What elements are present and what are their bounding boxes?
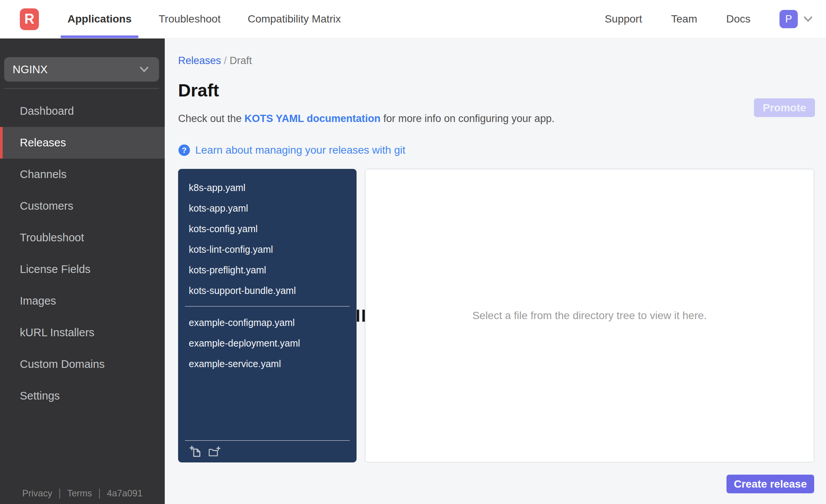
description-prefix: Check out the	[178, 113, 244, 124]
app-selector-value: NGINX	[13, 63, 48, 76]
release-editor-panels: k8s-app.yaml kots-app.yaml kots-config.y…	[178, 169, 814, 462]
file-item[interactable]: kots-lint-config.yaml	[178, 239, 357, 260]
file-tree-toolbar	[185, 440, 350, 462]
file-viewer-placeholder: Select a file from the directory tree to…	[472, 310, 707, 322]
git-releases-learn-link[interactable]: Learn about managing your releases with …	[195, 144, 405, 156]
sidebar: NGINX Dashboard Releases Channels Custom…	[0, 39, 165, 504]
question-circle-icon: ?	[178, 144, 190, 156]
description-suffix: for more info on configuring your app.	[381, 113, 554, 124]
sidebar-item-images[interactable]: Images	[0, 285, 165, 317]
nav-link-support[interactable]: Support	[605, 13, 642, 25]
page-description: Check out the KOTS YAML documentation fo…	[178, 112, 814, 125]
privacy-link[interactable]: Privacy	[22, 488, 52, 499]
file-item[interactable]: k8s-app.yaml	[178, 177, 357, 198]
page-title: Draft	[178, 80, 814, 100]
file-group-divider	[185, 306, 350, 307]
breadcrumb: Releases / Draft	[178, 55, 814, 67]
nav-link-team[interactable]: Team	[671, 13, 697, 25]
sidebar-item-settings[interactable]: Settings	[0, 380, 165, 412]
file-item[interactable]: example-service.yaml	[178, 353, 357, 374]
new-file-icon[interactable]	[189, 445, 202, 458]
sidebar-nav: Dashboard Releases Channels Customers Tr…	[0, 95, 165, 412]
panel-resize-handle[interactable]	[357, 169, 365, 462]
avatar[interactable]: P	[779, 10, 798, 28]
sidebar-item-troubleshoot[interactable]: Troubleshoot	[0, 222, 165, 254]
svg-text:?: ?	[182, 146, 186, 154]
sidebar-item-kurl-installers[interactable]: kURL Installers	[0, 317, 165, 348]
learn-row: ? Learn about managing your releases wit…	[178, 144, 814, 156]
footer-separator: |	[98, 487, 101, 499]
promote-button[interactable]: Promote	[754, 98, 815, 117]
replicated-logo[interactable]: R	[20, 8, 39, 30]
file-item[interactable]: example-deployment.yaml	[178, 333, 357, 353]
tab-troubleshoot[interactable]: Troubleshoot	[159, 0, 220, 38]
nav-right-links: Support Team Docs P	[605, 10, 826, 28]
sidebar-item-dashboard[interactable]: Dashboard	[0, 95, 165, 127]
nav-link-docs[interactable]: Docs	[726, 13, 750, 25]
resize-grip-icon	[357, 310, 365, 322]
breadcrumb-separator: /	[224, 55, 230, 66]
sidebar-footer: Privacy | Terms | 4a7a091	[0, 487, 165, 499]
chevron-down-icon	[138, 63, 151, 76]
file-item[interactable]: kots-preflight.yaml	[178, 260, 357, 280]
breadcrumb-releases[interactable]: Releases	[178, 55, 221, 66]
tab-applications[interactable]: Applications	[67, 0, 132, 38]
sidebar-divider	[4, 88, 159, 89]
file-item[interactable]: kots-support-bundle.yaml	[178, 280, 357, 301]
sidebar-item-license-fields[interactable]: License Fields	[0, 254, 165, 285]
sidebar-item-customers[interactable]: Customers	[0, 190, 165, 222]
kots-yaml-docs-link[interactable]: KOTS YAML documentation	[244, 113, 381, 124]
new-folder-icon[interactable]	[208, 445, 221, 458]
build-version: 4a7a091	[107, 488, 142, 499]
chevron-down-icon[interactable]	[802, 13, 814, 25]
file-item[interactable]: kots-app.yaml	[178, 198, 357, 218]
file-tree-panel: k8s-app.yaml kots-app.yaml kots-config.y…	[178, 169, 357, 462]
breadcrumb-current: Draft	[230, 55, 252, 66]
create-release-button[interactable]: Create release	[726, 475, 814, 493]
file-viewer-panel: Select a file from the directory tree to…	[365, 169, 814, 462]
actions-row: Create release	[178, 475, 814, 493]
sidebar-item-channels[interactable]: Channels	[0, 159, 165, 190]
file-item[interactable]: kots-config.yaml	[178, 218, 357, 239]
primary-tabs: Applications Troubleshoot Compatibility …	[67, 0, 368, 38]
terms-link[interactable]: Terms	[67, 488, 92, 499]
file-item[interactable]: example-configmap.yaml	[178, 312, 357, 333]
main-content: Releases / Draft Draft Check out the KOT…	[165, 39, 826, 504]
sidebar-item-custom-domains[interactable]: Custom Domains	[0, 348, 165, 380]
sidebar-item-releases[interactable]: Releases	[0, 127, 165, 159]
top-nav: R Applications Troubleshoot Compatibilit…	[0, 0, 826, 39]
app-selector-dropdown[interactable]: NGINX	[4, 57, 159, 82]
footer-separator: |	[58, 487, 61, 499]
tab-compatibility-matrix[interactable]: Compatibility Matrix	[247, 0, 341, 38]
